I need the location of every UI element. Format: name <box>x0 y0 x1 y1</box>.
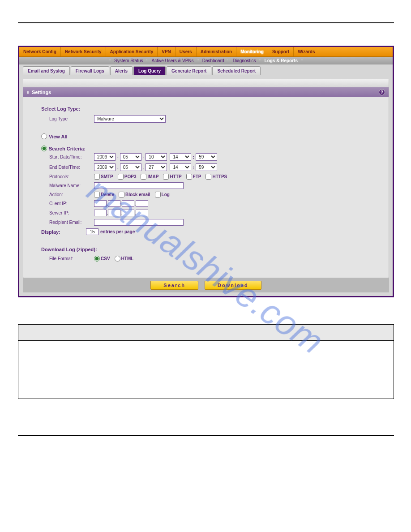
nav-vpn[interactable]: VPN <box>158 47 176 56</box>
panel-wrap: ⠿Settings ? Select Log Type: Log Type Ma… <box>19 75 393 296</box>
download-log-heading: Download Log (zipped): <box>41 247 371 252</box>
client-ip-1-input[interactable] <box>94 200 107 207</box>
protocol-ftp-checkbox[interactable] <box>186 174 192 180</box>
end-hour-select[interactable]: 14 <box>170 163 191 171</box>
nav-users[interactable]: Users <box>176 47 197 56</box>
server-ip-4-input[interactable] <box>136 210 148 216</box>
client-ip-3-input[interactable] <box>122 200 134 207</box>
nav-network-config[interactable]: Network Config <box>19 47 61 56</box>
tab-bar: Email and Syslog Firewall Logs Alerts Lo… <box>19 64 393 75</box>
start-date-label: Start Date/Time: <box>49 154 94 159</box>
start-month-select[interactable]: 05 <box>120 153 141 161</box>
protocol-pop3-checkbox[interactable] <box>118 174 124 180</box>
search-button[interactable]: Search <box>150 281 198 290</box>
description-table <box>18 324 394 399</box>
tab-generate-report[interactable]: Generate Report <box>167 66 211 75</box>
client-ip-label: Client IP: <box>49 201 94 206</box>
protocols-label: Protocols: <box>49 174 94 179</box>
client-ip-2-input[interactable] <box>108 200 120 207</box>
nav-administration[interactable]: Administration <box>197 47 237 56</box>
file-format-csv-radio[interactable] <box>94 256 100 262</box>
subnav-active-users[interactable]: Active Users & VPNs <box>151 58 195 63</box>
start-hour-select[interactable]: 14 <box>170 153 191 161</box>
search-criteria-radio[interactable] <box>41 146 47 151</box>
select-log-type-heading: Select Log Type: <box>41 106 371 112</box>
subnav-diagnostics[interactable]: Diagnostics <box>232 58 257 63</box>
view-all-radio[interactable] <box>41 133 47 139</box>
protocol-https-checkbox[interactable] <box>206 174 211 180</box>
button-bar: Search Download <box>23 278 389 292</box>
tab-alerts[interactable]: Alerts <box>110 66 133 75</box>
server-ip-3-input[interactable] <box>122 210 134 216</box>
end-day-select[interactable]: 27 <box>146 163 167 171</box>
nav-application-security[interactable]: Application Security <box>106 47 158 56</box>
download-button[interactable]: Download <box>205 281 261 290</box>
main-nav: Network Config Network Security Applicat… <box>19 47 393 57</box>
nav-monitoring[interactable]: Monitoring <box>236 47 268 56</box>
recipient-email-input[interactable] <box>94 219 184 226</box>
help-icon[interactable]: ? <box>379 89 385 95</box>
end-min-select[interactable]: 59 <box>196 163 217 171</box>
start-day-select[interactable]: 10 <box>146 153 167 161</box>
start-min-select[interactable]: 59 <box>196 153 217 161</box>
protocol-http-checkbox[interactable] <box>163 174 169 180</box>
action-delete-checkbox[interactable] <box>94 192 100 197</box>
end-month-select[interactable]: 05 <box>120 163 141 171</box>
server-ip-label: Server IP: <box>49 210 94 215</box>
malware-name-input[interactable] <box>94 182 184 189</box>
protocols-group: SMTP POP3 IMAP HTTP FTP HTTPS <box>94 174 227 180</box>
protocol-smtp-checkbox[interactable] <box>94 174 100 180</box>
sub-nav: :: System Status :: Active Users & VPNs … <box>19 57 393 64</box>
subnav-dashboard[interactable]: Dashboard <box>201 58 225 63</box>
malware-name-label: Malware Name: <box>49 183 94 188</box>
display-count-input[interactable] <box>86 228 98 235</box>
log-type-label: Log Type <box>49 116 94 121</box>
nav-wizards[interactable]: Wizards <box>294 47 319 56</box>
tab-scheduled-report[interactable]: Scheduled Report <box>212 66 261 75</box>
subnav-logs-reports[interactable]: Logs & Reports <box>264 58 299 63</box>
action-log-checkbox[interactable] <box>155 192 161 197</box>
log-type-select[interactable]: Malware <box>94 115 166 123</box>
start-year-select[interactable]: 2009 <box>94 153 116 161</box>
display-label: Display: <box>41 229 86 235</box>
search-criteria-label: Search Criteria: <box>49 146 86 151</box>
file-format-label: File Format: <box>49 256 94 261</box>
tab-email-syslog[interactable]: Email and Syslog <box>23 66 70 75</box>
app-window: Network Config Network Security Applicat… <box>18 46 394 297</box>
client-ip-4-input[interactable] <box>136 200 148 207</box>
end-date-label: End Date/Time: <box>49 165 94 170</box>
server-ip-2-input[interactable] <box>108 210 120 216</box>
server-ip-1-input[interactable] <box>94 210 107 216</box>
panel-header: ⠿Settings ? <box>23 87 389 97</box>
recipient-email-label: Recipient Email: <box>49 220 94 225</box>
tab-firewall-logs[interactable]: Firewall Logs <box>71 66 109 75</box>
entries-per-page-label: entries per page <box>100 229 135 234</box>
nav-support[interactable]: Support <box>268 47 294 56</box>
protocol-imap-checkbox[interactable] <box>141 174 146 180</box>
action-label: Action: <box>49 192 94 197</box>
actions-group: Delete Block email Log <box>94 192 170 197</box>
file-format-html-radio[interactable] <box>115 256 120 262</box>
tab-log-query[interactable]: Log Query <box>133 66 166 75</box>
view-all-label: View All <box>49 134 68 139</box>
panel-title: Settings <box>32 90 51 95</box>
nav-network-security[interactable]: Network Security <box>61 47 106 56</box>
subnav-system-status[interactable]: System Status <box>113 58 144 63</box>
end-year-select[interactable]: 2009 <box>94 163 116 171</box>
action-block-email-checkbox[interactable] <box>119 192 124 197</box>
